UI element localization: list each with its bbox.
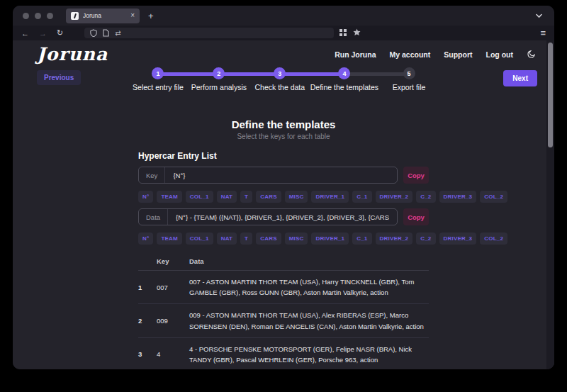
step-label: Check the data xyxy=(254,83,305,91)
row-data: 007 - ASTON MARTIN THOR TEAM (USA), Harr… xyxy=(189,271,429,304)
column-chip[interactable]: N° xyxy=(138,233,153,245)
row-key: 4 xyxy=(157,337,189,369)
column-chip[interactable]: DRIVER_3 xyxy=(439,191,477,203)
key-input-row: Key Copy xyxy=(138,167,429,184)
column-chip[interactable]: C_2 xyxy=(416,191,435,203)
next-button[interactable]: Next xyxy=(503,70,537,86)
column-chip[interactable]: MISC xyxy=(285,191,308,203)
column-chip[interactable]: DRIVER_3 xyxy=(439,233,477,245)
table-row: 1007007 - ASTON MARTIN THOR TEAM (USA), … xyxy=(138,271,429,304)
row-key: 007 xyxy=(157,271,189,304)
row-number: 1 xyxy=(138,271,157,304)
data-field-label: Data xyxy=(139,209,168,225)
header-number xyxy=(138,254,157,271)
swap-arrows-icon[interactable]: ⇄ xyxy=(115,29,120,37)
header-key: Key xyxy=(157,254,189,271)
entries-table: Key Data 1007007 - ASTON MARTIN THOR TEA… xyxy=(138,254,429,369)
column-chip[interactable]: COL_1 xyxy=(186,233,213,245)
wizard-step[interactable]: 3Check the data xyxy=(249,67,310,91)
moon-icon[interactable] xyxy=(527,50,536,59)
page-subtitle: Select the keys for each table xyxy=(138,133,429,140)
joruna-logo: Joruna xyxy=(37,44,108,65)
wizard-step[interactable]: 4Define the templates xyxy=(310,67,378,91)
page-title: Define the templates xyxy=(138,118,429,130)
page-content: Joruna Run Joruna My account Support Log… xyxy=(13,40,554,369)
tab-title: Joruna xyxy=(83,12,126,19)
column-chip[interactable]: CARS xyxy=(256,233,281,245)
column-chip[interactable]: COL_2 xyxy=(480,191,507,203)
data-input-row: Data Copy xyxy=(138,208,429,225)
table-row: 344 - PORSCHE PENSKE MOTORSPORT (GER), F… xyxy=(138,337,429,369)
column-chip[interactable]: TEAM xyxy=(157,233,181,245)
step-circle[interactable]: 1 xyxy=(152,67,164,79)
column-chip[interactable]: MISC xyxy=(285,233,308,245)
new-tab-button[interactable]: + xyxy=(148,11,154,21)
step-circle[interactable]: 3 xyxy=(274,67,286,79)
browser-tab[interactable]: Joruna × xyxy=(66,9,140,23)
window-zoom-button[interactable] xyxy=(47,13,53,19)
column-chip-row: N°TEAMCOL_1NATTCARSMISCDRIVER_1C_1DRIVER… xyxy=(138,233,429,245)
row-data: 009 - ASTON MARTIN THOR TEAM (USA), Alex… xyxy=(189,304,429,337)
menu-button[interactable]: ≡ xyxy=(540,28,546,38)
column-chip[interactable]: COL_1 xyxy=(186,191,213,203)
column-chip[interactable]: DRIVER_2 xyxy=(376,233,413,245)
joruna-favicon xyxy=(71,12,79,20)
back-button[interactable]: ← xyxy=(21,29,29,38)
wizard-step[interactable]: 2Perform analysis xyxy=(189,67,249,91)
nav-log-out[interactable]: Log out xyxy=(486,50,513,59)
main-nav: Run Joruna My account Support Log out xyxy=(335,50,536,59)
column-chip-row: N°TEAMCOL_1NATTCARSMISCDRIVER_1C_1DRIVER… xyxy=(138,191,429,203)
step-circle[interactable]: 2 xyxy=(213,67,225,79)
app-header: Joruna Run Joruna My account Support Log… xyxy=(13,40,554,65)
nav-support[interactable]: Support xyxy=(444,50,472,59)
column-chip[interactable]: CARS xyxy=(256,191,281,203)
row-data: 4 - PORSCHE PENSKE MOTORSPORT (GER), Fel… xyxy=(189,337,429,369)
tab-list-chevron-icon[interactable] xyxy=(535,13,543,18)
column-chip[interactable]: C_1 xyxy=(352,233,371,245)
address-bar[interactable]: ⇄ xyxy=(84,28,334,38)
nav-run-joruna[interactable]: Run Joruna xyxy=(335,50,376,59)
column-chip[interactable]: C_2 xyxy=(416,233,435,245)
column-chip[interactable]: NAT xyxy=(217,191,237,203)
key-field-label: Key xyxy=(139,167,165,183)
tab-close-icon[interactable]: × xyxy=(130,12,135,19)
column-chip[interactable]: NAT xyxy=(217,233,237,245)
step-circle[interactable]: 4 xyxy=(338,67,350,79)
reload-button[interactable]: ↻ xyxy=(57,28,63,38)
page-info-icon[interactable] xyxy=(103,29,109,37)
column-chip[interactable]: DRIVER_2 xyxy=(376,191,413,203)
column-chip[interactable]: TEAM xyxy=(157,191,181,203)
shield-icon[interactable] xyxy=(90,29,97,37)
previous-button[interactable]: Previous xyxy=(37,70,81,85)
column-chip[interactable]: COL_2 xyxy=(480,233,507,245)
nav-my-account[interactable]: My account xyxy=(390,50,431,59)
row-number: 3 xyxy=(138,337,157,369)
column-chip[interactable]: DRIVER_1 xyxy=(311,191,349,203)
data-field: Data xyxy=(138,208,398,225)
step-circle[interactable]: 5 xyxy=(403,67,415,79)
key-input[interactable] xyxy=(165,172,397,179)
column-chip[interactable]: T xyxy=(240,233,252,245)
forward-button[interactable]: → xyxy=(39,29,47,38)
window-close-button[interactable] xyxy=(23,13,29,19)
header-data: Data xyxy=(189,254,429,271)
step-label: Select entry file xyxy=(133,83,184,91)
data-input[interactable] xyxy=(168,213,397,221)
row-number: 2 xyxy=(138,304,157,337)
step-label: Define the templates xyxy=(310,83,378,91)
wizard-step[interactable]: 1Select entry file xyxy=(128,67,189,91)
main-content: Define the templates Select the keys for… xyxy=(138,118,429,369)
window-minimize-button[interactable] xyxy=(35,13,41,19)
key-field: Key xyxy=(138,167,398,184)
table-row: 2009009 - ASTON MARTIN THOR TEAM (USA), … xyxy=(138,304,429,337)
extensions-icon[interactable] xyxy=(353,28,361,38)
column-chip[interactable]: DRIVER_1 xyxy=(311,233,349,245)
table-header-row: Key Data xyxy=(138,254,429,271)
copy-data-button[interactable]: Copy xyxy=(403,208,429,225)
copy-key-button[interactable]: Copy xyxy=(403,167,429,184)
column-chip[interactable]: T xyxy=(240,191,252,203)
column-chip[interactable]: C_1 xyxy=(352,191,371,203)
column-chip[interactable]: N° xyxy=(138,191,153,203)
apps-grid-icon[interactable] xyxy=(339,29,347,38)
wizard-step[interactable]: 5Export file xyxy=(378,67,439,91)
